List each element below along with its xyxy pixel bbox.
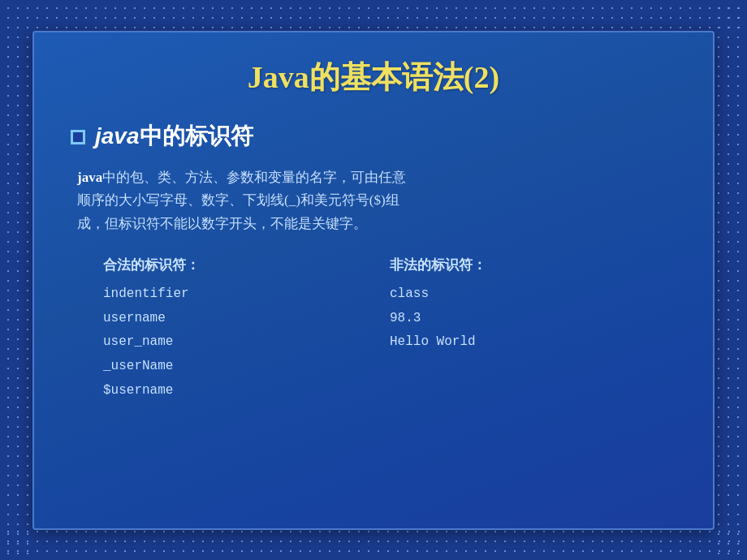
identifier-table: 合法的标识符： indentifier username user_name _…	[71, 256, 676, 403]
valid-item-2: username	[103, 307, 390, 331]
valid-header: 合法的标识符：	[103, 256, 390, 274]
desc-line3: 成，但标识符不能以数字开头，不能是关键字。	[77, 216, 367, 231]
section-header: java中的标识符	[71, 121, 676, 152]
slide: Java的基本语法(2) java中的标识符 java中的包、类、方法、参数和变…	[32, 31, 715, 530]
desc-line2: 顺序的大小写字母、数字、下划线(_)和美元符号($)组	[77, 192, 399, 208]
invalid-item-1: class	[390, 282, 676, 307]
valid-item-1: indentifier	[103, 282, 390, 307]
valid-col: 合法的标识符： indentifier username user_name _…	[103, 256, 390, 403]
invalid-item-3: Hello World	[390, 330, 676, 355]
section-title: java中的标识符	[95, 121, 253, 152]
valid-item-5: $username	[103, 379, 390, 403]
invalid-col: 非法的标识符： class 98.3 Hello World	[390, 256, 676, 403]
slide-title: Java的基本语法(2)	[71, 57, 676, 98]
desc-line1: 中的包、类、方法、参数和变量的名字，可由任意	[102, 170, 406, 185]
section-title-rest: 中的标识符	[140, 123, 253, 149]
description-block: java中的包、类、方法、参数和变量的名字，可由任意 顺序的大小写字母、数字、下…	[71, 166, 676, 237]
section-title-java: java	[95, 123, 140, 149]
invalid-header: 非法的标识符：	[390, 256, 676, 274]
valid-item-4: _userName	[103, 355, 390, 379]
bullet-icon	[71, 130, 85, 144]
valid-item-3: user_name	[103, 330, 390, 355]
invalid-item-2: 98.3	[390, 307, 676, 331]
desc-java-bold: java	[77, 170, 102, 185]
